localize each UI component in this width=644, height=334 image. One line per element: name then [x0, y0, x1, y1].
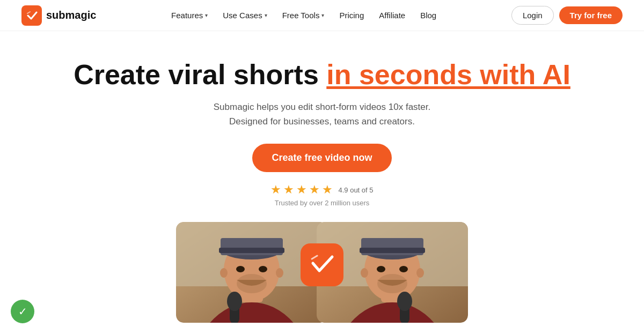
checkmark-icon: ✓	[18, 305, 27, 318]
hero-subtitle: Submagic helps you edit short-form video…	[214, 100, 430, 129]
hero-section: Create viral shorts in seconds with AI S…	[0, 31, 644, 207]
nav-item-free-tools[interactable]: Free Tools ▾	[276, 6, 331, 24]
star-4: ★	[309, 183, 320, 197]
hero-title-highlight: in seconds with AI	[326, 59, 570, 90]
rating-section: ★ ★ ★ ★ ★ 4.9 out of 5 Trusted by over 2…	[270, 183, 373, 207]
nav-links: Features ▾ Use Cases ▾ Free Tools ▾ Pric…	[165, 6, 443, 24]
chevron-down-icon: ▾	[265, 12, 267, 18]
logo-icon	[21, 5, 42, 26]
chevron-down-icon: ▾	[205, 12, 208, 18]
chat-bubble-button[interactable]: ✓	[11, 300, 34, 323]
svg-point-12	[276, 268, 283, 278]
nav-item-pricing[interactable]: Pricing	[333, 6, 370, 24]
nav-item-affiliate[interactable]: Affiliate	[372, 6, 412, 24]
hero-title-plain: Create viral shorts	[74, 59, 326, 90]
svg-point-11	[220, 268, 228, 278]
nav-actions: Login Try for free	[511, 6, 623, 25]
create-video-button[interactable]: Create free video now	[252, 144, 391, 172]
star-5: ★	[322, 183, 333, 197]
svg-point-27	[361, 268, 368, 278]
svg-point-25	[377, 266, 385, 272]
chevron-down-icon: ▾	[321, 12, 324, 18]
svg-rect-24	[360, 248, 425, 253]
star-1: ★	[270, 183, 281, 197]
star-3: ★	[296, 183, 307, 197]
svg-point-15	[227, 292, 242, 311]
hero-title: Create viral shorts in seconds with AI	[74, 59, 570, 91]
svg-point-31	[397, 292, 412, 311]
rating-value: 4.9 out of 5	[338, 186, 373, 194]
svg-rect-8	[219, 248, 284, 253]
nav-item-features[interactable]: Features ▾	[165, 6, 214, 24]
stars-row: ★ ★ ★ ★ ★ 4.9 out of 5	[270, 183, 373, 197]
login-button[interactable]: Login	[511, 6, 554, 25]
navbar: submagic Features ▾ Use Cases ▾ Free Too…	[0, 0, 644, 31]
brand-name: submagic	[46, 9, 96, 21]
star-2: ★	[283, 183, 294, 197]
svg-point-26	[399, 266, 408, 272]
try-for-free-button[interactable]: Try for free	[559, 6, 623, 24]
nav-item-use-cases[interactable]: Use Cases ▾	[216, 6, 273, 24]
svg-point-10	[259, 266, 267, 272]
svg-point-9	[236, 266, 245, 272]
svg-point-28	[416, 268, 424, 278]
center-logo	[301, 243, 343, 286]
logo-link[interactable]: submagic	[21, 5, 96, 26]
video-section	[0, 222, 644, 323]
trusted-text: Trusted by over 2 million users	[275, 199, 370, 207]
nav-item-blog[interactable]: Blog	[414, 6, 443, 24]
